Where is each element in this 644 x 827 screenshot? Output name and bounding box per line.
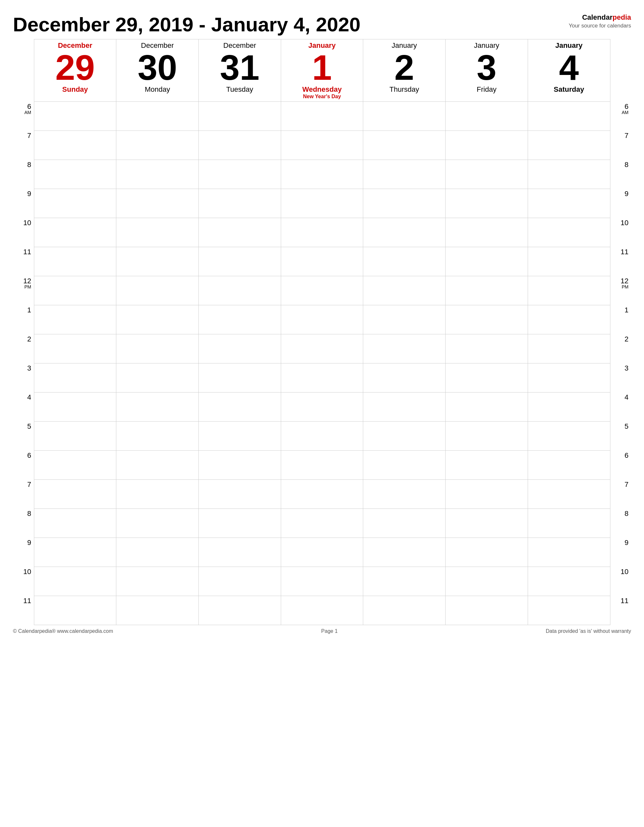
day-cell-4-hour-1[interactable] <box>363 131 445 160</box>
day-cell-3-hour-12[interactable] <box>281 451 363 480</box>
day-cell-6-hour-15[interactable] <box>528 538 610 567</box>
day-cell-6-hour-4[interactable] <box>528 218 610 247</box>
day-cell-1-hour-17[interactable] <box>116 596 199 625</box>
day-cell-6-hour-6[interactable] <box>528 276 610 305</box>
day-cell-5-hour-16[interactable] <box>445 567 528 596</box>
day-cell-3-hour-14[interactable] <box>281 509 363 538</box>
day-cell-0-hour-0[interactable] <box>34 102 116 131</box>
day-cell-3-hour-8[interactable] <box>281 334 363 364</box>
day-cell-5-hour-0[interactable] <box>445 102 528 131</box>
day-cell-4-hour-12[interactable] <box>363 451 445 480</box>
day-cell-4-hour-10[interactable] <box>363 393 445 421</box>
day-cell-3-hour-0[interactable] <box>281 102 363 131</box>
day-cell-1-hour-15[interactable] <box>116 538 199 567</box>
day-cell-2-hour-2[interactable] <box>199 160 281 189</box>
day-cell-2-hour-9[interactable] <box>199 364 281 393</box>
day-cell-5-hour-5[interactable] <box>445 247 528 276</box>
day-cell-2-hour-7[interactable] <box>199 305 281 334</box>
day-cell-2-hour-3[interactable] <box>199 189 281 218</box>
day-cell-0-hour-2[interactable] <box>34 160 116 189</box>
day-cell-6-hour-17[interactable] <box>528 596 610 625</box>
day-cell-6-hour-2[interactable] <box>528 160 610 189</box>
day-cell-1-hour-6[interactable] <box>116 276 199 305</box>
day-cell-2-hour-16[interactable] <box>199 567 281 596</box>
day-cell-6-hour-14[interactable] <box>528 509 610 538</box>
day-cell-0-hour-3[interactable] <box>34 189 116 218</box>
day-cell-0-hour-13[interactable] <box>34 480 116 509</box>
day-cell-5-hour-17[interactable] <box>445 596 528 625</box>
day-cell-1-hour-10[interactable] <box>116 393 199 421</box>
day-cell-5-hour-10[interactable] <box>445 393 528 421</box>
day-cell-6-hour-16[interactable] <box>528 567 610 596</box>
day-cell-3-hour-5[interactable] <box>281 247 363 276</box>
day-cell-4-hour-13[interactable] <box>363 480 445 509</box>
day-cell-3-hour-10[interactable] <box>281 393 363 421</box>
day-cell-1-hour-5[interactable] <box>116 247 199 276</box>
day-cell-2-hour-5[interactable] <box>199 247 281 276</box>
day-cell-4-hour-8[interactable] <box>363 334 445 364</box>
day-cell-0-hour-11[interactable] <box>34 421 116 451</box>
day-cell-0-hour-16[interactable] <box>34 567 116 596</box>
day-cell-0-hour-15[interactable] <box>34 538 116 567</box>
day-cell-2-hour-11[interactable] <box>199 421 281 451</box>
day-cell-1-hour-0[interactable] <box>116 102 199 131</box>
day-cell-1-hour-11[interactable] <box>116 421 199 451</box>
day-cell-0-hour-7[interactable] <box>34 305 116 334</box>
day-cell-5-hour-1[interactable] <box>445 131 528 160</box>
day-cell-3-hour-17[interactable] <box>281 596 363 625</box>
day-cell-5-hour-9[interactable] <box>445 364 528 393</box>
day-cell-3-hour-13[interactable] <box>281 480 363 509</box>
day-cell-5-hour-2[interactable] <box>445 160 528 189</box>
day-cell-1-hour-14[interactable] <box>116 509 199 538</box>
day-cell-3-hour-4[interactable] <box>281 218 363 247</box>
day-cell-0-hour-4[interactable] <box>34 218 116 247</box>
day-cell-0-hour-1[interactable] <box>34 131 116 160</box>
day-cell-2-hour-12[interactable] <box>199 451 281 480</box>
day-cell-4-hour-6[interactable] <box>363 276 445 305</box>
day-cell-2-hour-6[interactable] <box>199 276 281 305</box>
day-cell-4-hour-14[interactable] <box>363 509 445 538</box>
day-cell-3-hour-15[interactable] <box>281 538 363 567</box>
day-cell-4-hour-2[interactable] <box>363 160 445 189</box>
day-cell-1-hour-12[interactable] <box>116 451 199 480</box>
day-cell-2-hour-17[interactable] <box>199 596 281 625</box>
day-cell-1-hour-7[interactable] <box>116 305 199 334</box>
day-cell-6-hour-0[interactable] <box>528 102 610 131</box>
day-cell-6-hour-11[interactable] <box>528 421 610 451</box>
day-cell-0-hour-10[interactable] <box>34 393 116 421</box>
day-cell-2-hour-13[interactable] <box>199 480 281 509</box>
day-cell-6-hour-5[interactable] <box>528 247 610 276</box>
day-cell-5-hour-7[interactable] <box>445 305 528 334</box>
day-cell-0-hour-9[interactable] <box>34 364 116 393</box>
day-cell-0-hour-12[interactable] <box>34 451 116 480</box>
day-cell-6-hour-10[interactable] <box>528 393 610 421</box>
day-cell-2-hour-0[interactable] <box>199 102 281 131</box>
day-cell-4-hour-9[interactable] <box>363 364 445 393</box>
day-cell-5-hour-6[interactable] <box>445 276 528 305</box>
day-cell-4-hour-4[interactable] <box>363 218 445 247</box>
day-cell-2-hour-14[interactable] <box>199 509 281 538</box>
day-cell-4-hour-17[interactable] <box>363 596 445 625</box>
day-cell-6-hour-12[interactable] <box>528 451 610 480</box>
day-cell-2-hour-1[interactable] <box>199 131 281 160</box>
day-cell-5-hour-14[interactable] <box>445 509 528 538</box>
day-cell-3-hour-16[interactable] <box>281 567 363 596</box>
day-cell-3-hour-7[interactable] <box>281 305 363 334</box>
day-cell-4-hour-16[interactable] <box>363 567 445 596</box>
day-cell-6-hour-8[interactable] <box>528 334 610 364</box>
day-cell-4-hour-3[interactable] <box>363 189 445 218</box>
day-cell-1-hour-2[interactable] <box>116 160 199 189</box>
day-cell-0-hour-17[interactable] <box>34 596 116 625</box>
day-cell-3-hour-3[interactable] <box>281 189 363 218</box>
day-cell-6-hour-3[interactable] <box>528 189 610 218</box>
day-cell-3-hour-2[interactable] <box>281 160 363 189</box>
day-cell-2-hour-15[interactable] <box>199 538 281 567</box>
day-cell-6-hour-1[interactable] <box>528 131 610 160</box>
day-cell-1-hour-13[interactable] <box>116 480 199 509</box>
day-cell-2-hour-4[interactable] <box>199 218 281 247</box>
day-cell-6-hour-13[interactable] <box>528 480 610 509</box>
day-cell-5-hour-11[interactable] <box>445 421 528 451</box>
day-cell-4-hour-11[interactable] <box>363 421 445 451</box>
day-cell-0-hour-5[interactable] <box>34 247 116 276</box>
day-cell-3-hour-1[interactable] <box>281 131 363 160</box>
